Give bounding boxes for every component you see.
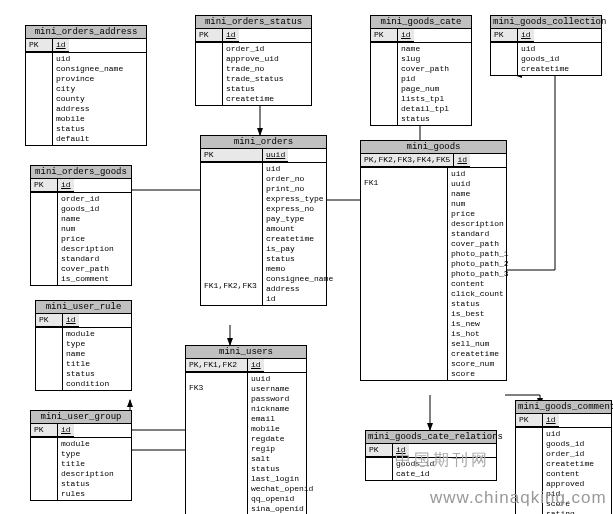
table-title: mini_orders_address — [26, 26, 146, 39]
table-orders-address: mini_orders_address PKid uidconsignee_na… — [25, 25, 147, 146]
table-goods: mini_goods PK,FK2,FK3,FK4,FK5id FK1uiduu… — [360, 140, 507, 381]
table-user-rule: mini_user_rule PKid moduletypenametitles… — [35, 300, 132, 391]
table-goods-collection: mini_goods_collection PKid uidgoods_idcr… — [490, 15, 602, 76]
table-orders: mini_orders PKuuid FK1,FK2,FK3uidorder_n… — [200, 135, 327, 306]
table-orders-status: mini_orders_status PKid order_idapprove_… — [195, 15, 312, 106]
table-users: mini_users PK,FK1,FK2id FK3uuidusernamep… — [185, 345, 307, 514]
watermark-url: www.chinaqking.com — [430, 488, 607, 508]
watermark-text: 中国期刊网 — [395, 450, 490, 471]
table-goods-cate: mini_goods_cate PKid nameslugcover_pathp… — [370, 15, 472, 126]
table-user-group: mini_user_group PKid moduletypetitledesc… — [30, 410, 132, 501]
fields-list: uidconsignee_nameprovincecitycountyaddre… — [53, 53, 126, 145]
table-orders-goods: mini_orders_goods PKid order_idgoods_idn… — [30, 165, 132, 286]
